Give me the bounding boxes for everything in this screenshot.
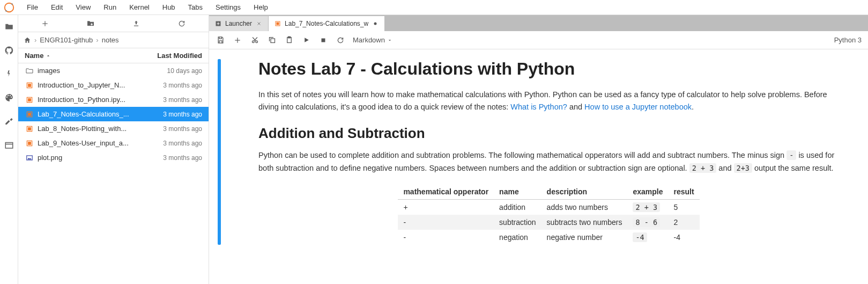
text: . (692, 103, 694, 111)
copy-icon[interactable] (267, 35, 277, 45)
notebook-content[interactable]: Notes Lab 7 - Calculations with Python I… (209, 49, 868, 284)
svg-rect-3 (5, 143, 13, 149)
paragraph: Python can be used to complete addition … (258, 149, 839, 174)
breadcrumb: › ENGR101-github › notes (18, 32, 209, 48)
notebook-toolbar: Markdown Python 3 (209, 31, 868, 49)
header-name-column[interactable]: Name (25, 52, 138, 60)
new-folder-icon[interactable] (85, 18, 96, 29)
refresh-icon[interactable] (176, 18, 187, 29)
table-cell: negation (494, 230, 541, 245)
file-name: Introduction_to_Jupyter_N... (38, 81, 143, 89)
file-list: images10 days agoIntroduction_to_Jupyter… (18, 63, 209, 284)
table-cell: 5 (668, 199, 699, 215)
save-icon[interactable] (216, 35, 225, 45)
svg-point-18 (374, 23, 377, 25)
header-modified-column[interactable]: Last Modified (138, 52, 202, 60)
tabs-icon[interactable] (4, 140, 14, 150)
file-row[interactable]: images10 days ago (18, 63, 209, 78)
markdown-cell[interactable]: Notes Lab 7 - Calculations with Python I… (217, 59, 860, 245)
table-cell: negative number (541, 230, 628, 245)
menu-file[interactable]: File (20, 1, 44, 13)
stop-icon[interactable] (318, 35, 328, 45)
new-launcher-icon[interactable] (40, 18, 50, 29)
menu-kernel[interactable]: Kernel (123, 1, 156, 13)
header-name-label: Name (25, 52, 43, 60)
file-row[interactable]: Lab_9_Notes-User_input_a...3 months ago (18, 136, 209, 150)
restart-icon[interactable] (336, 35, 345, 45)
svg-rect-17 (277, 23, 279, 25)
tab-label: Lab_7_Notes-Calculations_w (285, 20, 368, 27)
tab-label: Launcher (225, 20, 252, 27)
file-row[interactable]: Lab_7_Notes-Calculations_...3 months ago (18, 107, 209, 121)
unsaved-dot-icon[interactable] (372, 20, 379, 27)
cut-icon[interactable] (250, 35, 259, 45)
running-icon[interactable] (4, 69, 14, 79)
paragraph: In this set of notes you will learn how … (258, 89, 839, 113)
run-icon[interactable] (301, 35, 311, 45)
palette-icon[interactable] (4, 92, 14, 103)
tab[interactable]: Launcher (209, 16, 269, 31)
table-cell: 8 - 6 (627, 215, 668, 230)
tab[interactable]: Lab_7_Notes-Calculations_w (269, 16, 385, 31)
table-cell: addition (494, 199, 541, 215)
breadcrumb-item[interactable]: ENGR101-github (40, 36, 93, 44)
tab-icon (274, 20, 281, 27)
svg-rect-24 (322, 38, 325, 42)
table-row: +additionadds two numbers2 + 35 (398, 199, 699, 215)
svg-rect-5 (28, 84, 31, 86)
menu-edit[interactable]: Edit (44, 1, 69, 13)
tab-icon (214, 20, 222, 27)
breadcrumb-item[interactable]: notes (102, 36, 119, 44)
notebook-icon (25, 110, 34, 119)
wrench-icon[interactable] (4, 116, 14, 127)
table-header: description (541, 184, 628, 200)
file-row[interactable]: Introduction_to_Python.ipy...3 months ag… (18, 92, 209, 107)
svg-rect-13 (28, 142, 31, 144)
file-modified: 3 months ago (143, 111, 202, 118)
table-cell: - (398, 230, 494, 245)
image-icon (25, 153, 34, 163)
svg-point-1 (11, 3, 13, 5)
jupyter-logo (2, 1, 16, 14)
upload-icon[interactable] (131, 18, 142, 29)
breadcrumb-home-icon[interactable] (24, 37, 31, 44)
folder-icon (25, 66, 34, 76)
table-row: -subtractionsubtracts two numbers8 - 62 (398, 215, 699, 230)
table-header: result (668, 184, 699, 200)
svg-point-2 (5, 10, 7, 12)
add-cell-icon[interactable] (233, 35, 242, 45)
svg-rect-7 (28, 98, 31, 101)
file-modified: 3 months ago (143, 96, 202, 104)
menu-hub[interactable]: Hub (156, 1, 182, 13)
file-row[interactable]: plot.png3 months ago (18, 150, 209, 165)
cell-type-select[interactable]: Markdown (353, 36, 392, 44)
file-modified: 3 months ago (143, 154, 202, 162)
notebook-icon (25, 95, 34, 105)
github-icon[interactable] (4, 45, 14, 56)
paste-icon[interactable] (284, 35, 294, 45)
cell-type-label: Markdown (353, 36, 385, 44)
notebook-icon (25, 124, 34, 134)
link-jupyter-notebook[interactable]: How to use a Jupyter notebook (584, 103, 692, 111)
top-menu-bar: FileEditViewRunKernelHubTabsSettingsHelp (0, 0, 868, 15)
kernel-name[interactable]: Python 3 (834, 36, 862, 44)
menu-settings[interactable]: Settings (209, 1, 247, 13)
chevron-down-icon (387, 38, 392, 43)
table-header: example (627, 184, 668, 200)
file-row[interactable]: Introduction_to_Jupyter_N...3 months ago (18, 78, 209, 92)
table-header: name (494, 184, 541, 200)
close-icon[interactable] (255, 20, 263, 27)
menu-tabs[interactable]: Tabs (182, 1, 209, 13)
file-list-header: Name Last Modified (18, 48, 209, 63)
file-name: Introduction_to_Python.ipy... (38, 96, 143, 104)
table-cell: adds two numbers (541, 199, 628, 215)
file-modified: 10 days ago (143, 67, 202, 75)
menu-run[interactable]: Run (97, 1, 123, 13)
heading-1: Notes Lab 7 - Calculations with Python (258, 59, 839, 79)
menu-view[interactable]: View (69, 1, 97, 13)
file-name: Lab_8_Notes-Plotting_with... (38, 125, 143, 133)
file-row[interactable]: Lab_8_Notes-Plotting_with...3 months ago (18, 121, 209, 136)
link-what-is-python[interactable]: What is Python? (510, 103, 567, 111)
folder-icon[interactable] (4, 21, 14, 32)
menu-help[interactable]: Help (247, 1, 275, 13)
